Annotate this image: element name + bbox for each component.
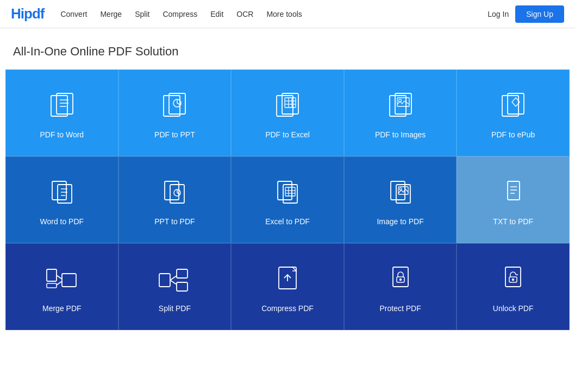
tool-image-to-pdf[interactable]: Image to PDF (344, 156, 457, 243)
pdf-to-images-icon (385, 90, 416, 123)
svg-rect-50 (47, 283, 57, 288)
svg-point-63 (399, 279, 401, 281)
svg-rect-58 (177, 282, 188, 291)
tool-label: Word to PDF (40, 217, 84, 226)
image-to-pdf-icon (385, 177, 416, 210)
tool-label: Excel to PDF (265, 217, 310, 226)
hero-section: All-In-One Online PDF Solution (0, 28, 575, 69)
tool-label: Split PDF (159, 304, 191, 313)
nav-right: Log In Sign Up (488, 5, 564, 23)
tool-label: PDF to Excel (265, 130, 310, 139)
svg-rect-53 (62, 274, 76, 287)
split-pdf-icon (158, 264, 191, 296)
tool-pdf-to-images[interactable]: PDF to Images (344, 69, 457, 156)
tool-label: PDF to Images (375, 130, 426, 139)
txt-to-pdf-icon (498, 177, 528, 210)
tool-label: PDF to PPT (154, 130, 195, 139)
word-to-pdf-icon (47, 177, 77, 210)
svg-rect-17 (390, 96, 406, 116)
tool-merge-pdf[interactable]: Merge PDF (5, 243, 118, 330)
svg-rect-57 (177, 269, 188, 278)
ppt-to-pdf-icon (159, 177, 190, 210)
tool-label: Compress PDF (261, 304, 314, 313)
tool-protect-pdf[interactable]: Protect PDF (344, 243, 457, 330)
svg-rect-22 (508, 93, 524, 114)
logo-pdf: pdf (24, 5, 44, 22)
nav-more-tools[interactable]: More tools (266, 10, 302, 18)
unlock-pdf-icon (498, 264, 528, 296)
nav-split[interactable]: Split (135, 10, 149, 18)
login-button[interactable]: Log In (488, 10, 509, 18)
tool-unlock-pdf[interactable]: Unlock PDF (457, 243, 570, 330)
svg-rect-0 (51, 96, 67, 116)
svg-point-67 (512, 279, 514, 281)
compress-pdf-icon (272, 264, 303, 296)
logo-hi: Hi (11, 5, 24, 22)
tool-pdf-to-excel[interactable]: PDF to Excel (231, 69, 344, 156)
nav-links: Convert Merge Split Compress Edit OCR Mo… (60, 10, 488, 18)
svg-rect-6 (169, 93, 185, 114)
protect-pdf-icon (385, 264, 416, 296)
nav-ocr[interactable]: OCR (236, 10, 253, 18)
tool-label: PPT to PDF (154, 217, 195, 226)
tool-grid: PDF to Word PDF to PPT (5, 69, 570, 330)
nav-edit[interactable]: Edit (210, 10, 223, 18)
tool-label: Merge PDF (42, 304, 82, 313)
nav-merge[interactable]: Merge (100, 10, 122, 18)
svg-rect-54 (159, 274, 170, 287)
svg-line-52 (57, 281, 62, 285)
tool-ppt-to-pdf[interactable]: PPT to PDF (118, 156, 232, 243)
tool-label: Image to PDF (377, 217, 423, 226)
svg-rect-1 (57, 93, 73, 114)
tool-compress-pdf[interactable]: Compress PDF (231, 243, 344, 330)
svg-rect-36 (285, 187, 295, 196)
pdf-to-ppt-icon (159, 90, 190, 123)
tool-label: Unlock PDF (493, 304, 534, 313)
tool-pdf-to-epub[interactable]: PDF to ePub (457, 69, 570, 156)
tool-label: PDF to ePub (491, 130, 535, 139)
svg-rect-49 (47, 269, 57, 281)
svg-rect-5 (164, 96, 180, 116)
logo[interactable]: Hipdf (11, 5, 44, 22)
nav-compress[interactable]: Compress (162, 10, 197, 18)
tool-label: PDF to Word (40, 130, 84, 139)
signup-button[interactable]: Sign Up (515, 5, 564, 23)
tool-label: TXT to PDF (493, 217, 533, 226)
svg-rect-45 (508, 181, 520, 200)
svg-rect-12 (285, 98, 296, 108)
pdf-to-epub-icon (498, 90, 528, 123)
tool-word-to-pdf[interactable]: Word to PDF (5, 156, 118, 243)
svg-point-44 (399, 188, 402, 190)
hero-title: All-In-One Online PDF Solution (13, 45, 562, 59)
nav-convert[interactable]: Convert (60, 10, 87, 18)
svg-line-56 (170, 280, 177, 284)
navbar: Hipdf Convert Merge Split Compress Edit … (0, 0, 575, 28)
tool-pdf-to-ppt[interactable]: PDF to PPT (118, 69, 232, 156)
merge-pdf-icon (46, 264, 78, 296)
tool-split-pdf[interactable]: Split PDF (118, 243, 232, 330)
svg-line-51 (57, 275, 62, 279)
tool-pdf-to-word[interactable]: PDF to Word (5, 69, 118, 156)
excel-to-pdf-icon (272, 177, 303, 210)
tool-label: Protect PDF (379, 304, 421, 313)
tool-excel-to-pdf[interactable]: Excel to PDF (231, 156, 344, 243)
pdf-to-word-icon (47, 90, 77, 123)
tool-txt-to-pdf[interactable]: TXT to PDF (457, 156, 570, 243)
svg-line-55 (170, 276, 177, 280)
pdf-to-excel-icon (272, 90, 303, 123)
